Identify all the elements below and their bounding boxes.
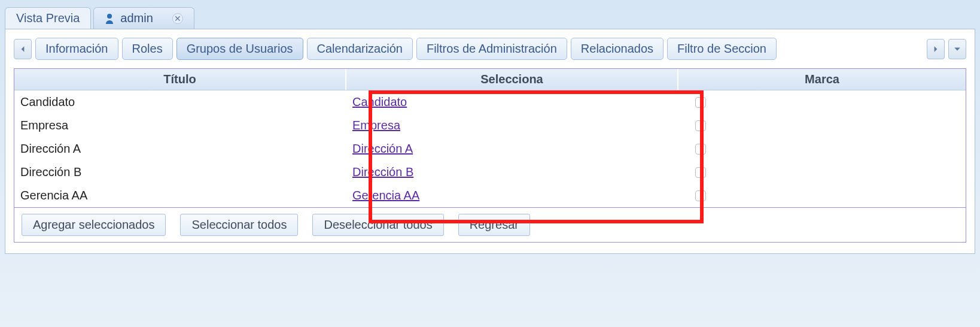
inner-tab[interactable]: Calendarización — [307, 38, 413, 60]
tab-menu-button[interactable] — [948, 39, 966, 59]
cell-title: Empresa — [14, 117, 346, 134]
cell-select: Dirección B — [346, 164, 678, 180]
close-icon[interactable]: ✕ — [172, 13, 183, 24]
tab-scroll-left-button[interactable] — [14, 39, 32, 59]
cell-title: Candidato — [14, 94, 346, 110]
deselect-all-button[interactable]: Deseleccionar todos — [312, 214, 443, 236]
select-link[interactable]: Empresa — [352, 119, 400, 132]
column-header-title: Título — [14, 69, 346, 90]
table-row: CandidatoCandidato — [14, 90, 966, 114]
inner-tabs: InformaciónRolesGrupos de UsuariosCalend… — [35, 38, 923, 60]
table-row: Dirección ADirección A — [14, 137, 966, 161]
cell-title: Dirección B — [14, 164, 346, 180]
inner-tab-row: InformaciónRolesGrupos de UsuariosCalend… — [14, 38, 966, 60]
chevron-down-icon — [954, 46, 961, 53]
select-link[interactable]: Candidato — [352, 95, 407, 108]
inner-tab[interactable]: Filtro de Seccion — [667, 38, 777, 60]
cell-mark — [678, 166, 966, 179]
table-row: EmpresaEmpresa — [14, 114, 966, 137]
content-panel: InformaciónRolesGrupos de UsuariosCalend… — [5, 29, 975, 254]
select-link[interactable]: Dirección B — [352, 165, 413, 178]
select-all-button[interactable]: Seleccionar todos — [180, 214, 298, 236]
chevron-left-icon — [19, 46, 26, 53]
tab-label: admin — [120, 11, 153, 25]
outer-tab-bar: Vista Previa admin ✕ — [0, 0, 980, 29]
mark-checkbox[interactable] — [695, 190, 706, 201]
back-button[interactable]: Regresar — [458, 214, 530, 236]
select-link[interactable]: Gerencia AA — [352, 189, 419, 202]
table-body: CandidatoCandidatoEmpresaEmpresaDirecció… — [14, 90, 966, 207]
cell-select: Empresa — [346, 117, 678, 134]
table: Título Selecciona Marca CandidatoCandida… — [14, 68, 966, 208]
cell-mark — [678, 189, 966, 202]
column-header-mark: Marca — [678, 69, 966, 90]
svg-point-0 — [107, 14, 112, 19]
column-header-select: Selecciona — [346, 69, 678, 90]
inner-tab[interactable]: Grupos de Usuarios — [176, 38, 303, 60]
cell-select: Dirección A — [346, 141, 678, 157]
tab-admin[interactable]: admin ✕ — [93, 7, 194, 29]
tab-vista-previa[interactable]: Vista Previa — [5, 7, 91, 29]
tab-label: Vista Previa — [16, 11, 80, 25]
tab-scroll-right-button[interactable] — [927, 39, 945, 59]
mark-checkbox[interactable] — [695, 167, 706, 178]
cell-select: Candidato — [346, 94, 678, 110]
mark-checkbox[interactable] — [695, 97, 706, 108]
mark-checkbox[interactable] — [695, 120, 706, 131]
table-row: Gerencia AAGerencia AA — [14, 184, 966, 207]
person-icon — [105, 13, 114, 24]
mark-checkbox[interactable] — [695, 144, 706, 155]
select-link[interactable]: Dirección A — [352, 142, 413, 155]
add-selected-button[interactable]: Agregar seleccionados — [22, 214, 166, 236]
cell-select: Gerencia AA — [346, 187, 678, 204]
inner-tab[interactable]: Roles — [122, 38, 173, 60]
inner-tab[interactable]: Información — [35, 38, 118, 60]
action-bar: Agregar seleccionados Seleccionar todos … — [14, 208, 966, 243]
cell-title: Dirección A — [14, 141, 346, 157]
inner-tab[interactable]: Relacionados — [571, 38, 664, 60]
cell-mark — [678, 143, 966, 156]
cell-mark — [678, 96, 966, 109]
inner-tab[interactable]: Filtros de Administración — [416, 38, 567, 60]
table-header-row: Título Selecciona Marca — [14, 69, 966, 90]
chevron-right-icon — [932, 46, 939, 53]
table-row: Dirección BDirección B — [14, 161, 966, 184]
cell-title: Gerencia AA — [14, 187, 346, 204]
cell-mark — [678, 119, 966, 132]
